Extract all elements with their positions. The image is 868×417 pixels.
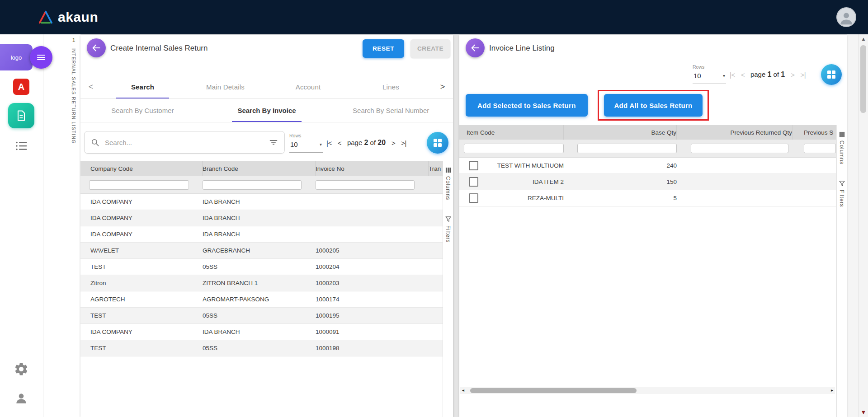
table-row[interactable]: IDA COMPANYIDA BRANCH	[80, 194, 443, 210]
table-row[interactable]: IDA ITEM 2 150	[459, 174, 836, 190]
brand-logo[interactable]: akaun	[38, 9, 98, 25]
tab-label: Search	[131, 83, 154, 91]
first-page-button[interactable]: |<	[730, 71, 735, 79]
row-checkbox[interactable]	[469, 177, 478, 187]
right-table-side-tabs: Columns Filters	[836, 125, 847, 417]
columns-side-tab[interactable]: Columns	[839, 131, 845, 164]
grid-icon	[827, 70, 836, 79]
columns-side-tab[interactable]: Columns	[445, 167, 451, 200]
sidebar-toggle-button[interactable]	[30, 46, 52, 69]
search-box	[84, 131, 285, 154]
invoice-line-listing-panel: Invoice Line Listing Rows 10 ▾ |< < page…	[459, 35, 847, 417]
filter-input-base-qty[interactable]	[577, 144, 677, 153]
filter-input-invoice-no[interactable]	[316, 180, 415, 190]
subtab-search-by-customer[interactable]: Search By Customer	[80, 98, 205, 122]
column-header-item-code: Item Code	[459, 125, 564, 140]
horizontal-scroll-thumb[interactable]	[470, 388, 637, 393]
cell-branch: 05SS	[203, 263, 316, 270]
row-checkbox[interactable]	[469, 193, 478, 203]
scroll-down-icon[interactable]: ▼	[859, 409, 868, 416]
vertical-tab-internal-sales-return-listing[interactable]: 1 INTERNAL SALES RETURN LISTING	[67, 37, 80, 144]
back-button[interactable]	[87, 38, 106, 57]
first-page-button[interactable]: |<	[326, 139, 332, 147]
table-row[interactable]: TEST WITH MULTIUOM 240	[459, 158, 836, 174]
search-input[interactable]	[104, 138, 264, 147]
last-page-button[interactable]: >|	[800, 71, 806, 79]
scroll-left-icon[interactable]: ◂	[462, 388, 464, 393]
table-row[interactable]: TEST05SS1000195	[80, 308, 443, 324]
profile-icon[interactable]	[14, 391, 28, 408]
cell-company: IDA COMPANY	[80, 328, 203, 335]
listing-menu-icon[interactable]	[14, 139, 28, 155]
columns-icon	[445, 167, 451, 173]
filter-list-icon[interactable]	[269, 138, 278, 147]
table-row[interactable]: REZA-MULTI 5	[459, 190, 836, 206]
total-pages: 20	[377, 139, 386, 146]
tab-main-details[interactable]: Main Details	[184, 75, 267, 98]
settings-gear-icon[interactable]	[14, 361, 29, 379]
page-scroll-thumb[interactable]	[860, 45, 866, 113]
row-checkbox[interactable]	[469, 161, 478, 170]
filter-input-company-code[interactable]	[89, 180, 189, 190]
topbar: akaun	[0, 0, 868, 34]
grid-view-button[interactable]	[427, 132, 448, 154]
sales-app-icon[interactable]	[8, 103, 34, 128]
page-scrollbar[interactable]: ▲ ▼	[859, 34, 868, 417]
scroll-right-icon[interactable]: ▸	[831, 388, 833, 393]
add-all-to-sales-return-button[interactable]: Add All to Sales Return	[604, 94, 702, 117]
cell-branch: ZITRON BRANCH 1	[203, 280, 316, 286]
tab-account[interactable]: Account	[267, 75, 349, 98]
table-row[interactable]: WAVELETGRACEBRANCH1000205	[80, 243, 443, 259]
page-word: page	[750, 70, 765, 78]
prev-page-button[interactable]: <	[338, 139, 341, 147]
filter-input-branch-code[interactable]	[203, 180, 302, 190]
filter-input-previous-s[interactable]	[804, 144, 836, 153]
page-word: page	[347, 139, 362, 146]
tab-search[interactable]: Search	[101, 75, 184, 98]
scroll-up-icon[interactable]: ▲	[859, 36, 868, 42]
user-avatar[interactable]	[836, 7, 856, 27]
tabs-scroll-right-icon[interactable]: >	[432, 82, 453, 92]
rows-per-page-select[interactable]: Rows 10 ▾	[693, 64, 726, 85]
subtab-search-by-serial-number[interactable]: Search By Serial Number	[329, 98, 453, 122]
rows-per-page-select[interactable]: Rows 10 ▾	[289, 133, 323, 154]
horizontal-scrollbar[interactable]: ◂ ▸	[460, 387, 835, 394]
table-row[interactable]: ZitronZITRON BRANCH 11000203	[80, 275, 443, 291]
workspace-logo[interactable]: logo	[0, 44, 33, 70]
filters-side-tab[interactable]: Filters	[445, 216, 451, 243]
prev-page-button[interactable]: <	[741, 71, 745, 79]
table-row[interactable]: IDA COMPANYIDA BRANCH	[80, 226, 443, 243]
table-row[interactable]: TEST05SS1000198	[80, 340, 443, 356]
create-internal-sales-return-panel: Create Internal Sales Return RESET CREAT…	[80, 35, 453, 417]
filter-input-item-code[interactable]	[464, 144, 564, 153]
pagination: |< < page 2 of 20 > >|	[326, 132, 406, 154]
subtab-search-by-invoice[interactable]: Search By Invoice	[205, 98, 329, 122]
table-row[interactable]: TEST05SS1000204	[80, 259, 443, 275]
cell-branch: 05SS	[203, 312, 316, 319]
grid-view-button[interactable]	[821, 64, 842, 85]
filters-side-tab[interactable]: Filters	[839, 181, 845, 207]
rows-label: Rows	[289, 133, 301, 138]
table-row[interactable]: AGROTECHAGROMART-PAKSONG1000174	[80, 291, 443, 308]
next-page-button[interactable]: >	[392, 139, 395, 147]
pdf-app-icon[interactable]: A	[13, 79, 29, 95]
caret-down-icon: ▾	[320, 142, 322, 147]
table-row[interactable]: IDA COMPANYIDA BRANCH1000091	[80, 324, 443, 340]
next-page-button[interactable]: >	[791, 71, 794, 79]
tab-label: Lines	[382, 83, 399, 91]
cell-base-qty: 240	[564, 162, 677, 169]
tab-lines[interactable]: Lines	[349, 75, 432, 98]
reset-button[interactable]: RESET	[363, 39, 404, 58]
add-selected-to-sales-return-button[interactable]: Add Selected to Sales Return	[466, 94, 588, 117]
page-title: Invoice Line Listing	[489, 44, 555, 53]
cell-company: TEST	[80, 263, 203, 270]
back-button[interactable]	[466, 38, 485, 57]
last-page-button[interactable]: >|	[401, 139, 406, 147]
filter-input-previous-returned-qty[interactable]	[691, 144, 788, 153]
tabs-scroll-left-icon[interactable]: <	[80, 82, 101, 92]
create-button[interactable]: CREATE	[410, 39, 450, 58]
page-indicator: page 1 of 1	[750, 70, 785, 79]
tab-label: Account	[296, 83, 321, 91]
table-row[interactable]: IDA COMPANYIDA BRANCH	[80, 210, 443, 226]
table-header: Company Code Branch Code Invoice No Tran	[80, 161, 443, 176]
